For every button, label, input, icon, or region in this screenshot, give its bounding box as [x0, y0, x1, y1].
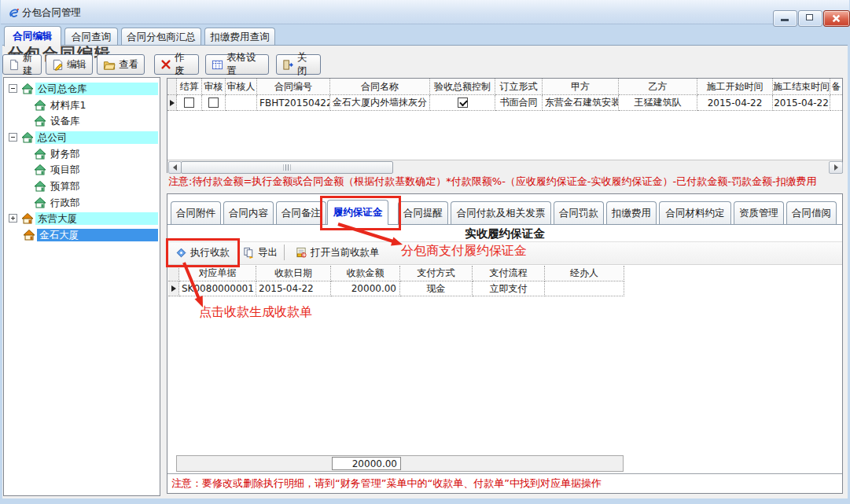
cell-receipt-date[interactable]: 2015-04-22	[256, 281, 331, 296]
settle-checkbox[interactable]	[184, 97, 194, 108]
maximize-button[interactable]	[798, 10, 822, 27]
col-header-contract-no[interactable]: 合同编号	[257, 79, 330, 95]
col-header-remark-clipped[interactable]: 备	[830, 79, 842, 95]
cell-pay-flow[interactable]: 立即支付	[473, 281, 545, 296]
tab-label: 合同分包商汇总	[127, 31, 196, 44]
cell-pay-method[interactable]: 现金	[400, 281, 473, 296]
expand-icon[interactable]	[9, 214, 17, 223]
tree-item-material-store[interactable]: 材料库1	[4, 97, 160, 113]
total-control-checkbox[interactable]	[458, 97, 468, 108]
tab-contract-content[interactable]: 合同内容	[223, 201, 274, 225]
scroll-left-button[interactable]	[168, 161, 182, 174]
tab-label: 合同内容	[229, 207, 268, 220]
close-view-button[interactable]: 关闭	[276, 54, 321, 75]
cell-auditor[interactable]	[226, 95, 257, 111]
tab-label: 合同编辑	[13, 30, 53, 43]
current-row-arrow-icon	[171, 285, 176, 292]
cell-remark-clipped[interactable]	[830, 95, 842, 111]
col-header-party-b[interactable]: 乙方	[619, 79, 697, 95]
collapse-icon[interactable]	[9, 133, 17, 142]
grid-corner-cell	[167, 79, 177, 95]
tree-item-project-dept[interactable]: 项目部	[4, 162, 160, 178]
tab-qualification[interactable]: 资质管理	[734, 201, 784, 225]
annotation-click-receipt: 点击收款生成收款单	[199, 304, 312, 321]
col-header-doc-no[interactable]: 对应单据	[179, 266, 256, 281]
scrollbar-grip	[284, 164, 291, 171]
tab-contract-penalty[interactable]: 合同罚款	[554, 201, 604, 225]
col-header-pay-method[interactable]: 支付方式	[400, 266, 473, 281]
tree-item-equipment-store[interactable]: 设备库	[4, 113, 160, 129]
col-header-handler[interactable]: 经办人	[545, 266, 624, 281]
tab-payment-invoices[interactable]: 合同付款及相关发票	[451, 201, 551, 225]
tab-contract-remark[interactable]: 合同备注	[276, 201, 326, 225]
tree-item-finance-dept[interactable]: 财务部	[4, 146, 160, 162]
col-header-settle[interactable]: 结算	[177, 79, 202, 95]
audit-checkbox[interactable]	[208, 97, 219, 108]
tree-item-budget-dept[interactable]: 预算部	[4, 178, 160, 194]
tab-material-agreement[interactable]: 合同材料约定	[659, 201, 731, 225]
tab-contract-edit[interactable]: 合同编辑	[4, 26, 61, 46]
open-current-receipt-button[interactable]: 打开当前收款单	[292, 244, 383, 262]
scroll-right-button[interactable]	[829, 161, 843, 174]
tree-item-admin-dept[interactable]: 行政部	[4, 195, 160, 211]
collapse-icon[interactable]	[9, 84, 17, 93]
payment-formula-note: 注意:待付款金额=执行金额或合同金额（根据付款基数确定）*付款限额%-（应收履约…	[168, 175, 817, 189]
col-header-receipt-amount[interactable]: 收款金额	[331, 266, 400, 281]
total-amount-box: 20000.00	[332, 457, 401, 470]
warehouse-icon	[21, 83, 34, 95]
col-header-pay-flow[interactable]: 支付流程	[473, 266, 545, 281]
cell-party-b[interactable]: 王猛建筑队	[619, 95, 697, 111]
minimize-button[interactable]	[773, 10, 797, 27]
tree-item-dongying-building[interactable]: 东营大厦	[4, 211, 160, 226]
tab-withhold-fee[interactable]: 扣缴费用	[606, 201, 657, 225]
export-button[interactable]: 导出	[240, 244, 281, 262]
table-settings-button[interactable]: 表格设置	[205, 54, 269, 75]
col-header-end-date[interactable]: 施工结束时间	[773, 79, 830, 95]
tab-withhold-fee-query[interactable]: 扣缴费用查询	[204, 28, 275, 46]
tab-contract-borrow[interactable]: 合同借阅	[786, 201, 837, 225]
cell-start-date[interactable]: 2015-04-22	[697, 95, 773, 111]
tree-item-label: 项目部	[48, 164, 158, 176]
cell-audit[interactable]	[202, 95, 226, 111]
tab-subcontractor-summary[interactable]: 合同分包商汇总	[121, 28, 201, 46]
cell-form[interactable]: 书面合同	[495, 95, 543, 111]
grid-corner-cell	[168, 266, 179, 281]
org-tree-panel: 公司总仓库 材料库1 设备库 总公司 财务部 项目部 预算部 行	[3, 77, 160, 496]
tab-contract-attachment[interactable]: 合同附件	[171, 201, 221, 225]
edit-icon	[52, 59, 64, 71]
cell-doc-no[interactable]: SK0080000001	[179, 281, 256, 296]
tree-item-jinshi-building[interactable]: 金石大厦	[4, 227, 160, 243]
col-header-start-date[interactable]: 施工开始时间	[697, 79, 773, 95]
cell-handler[interactable]	[545, 281, 624, 296]
warehouse-icon	[34, 115, 46, 127]
tree-item-company-warehouse[interactable]: 公司总仓库	[4, 81, 160, 97]
cell-receipt-amount[interactable]: 20000.00	[331, 281, 400, 296]
col-header-audit[interactable]: 审核	[202, 79, 226, 95]
tab-contract-reminder[interactable]: 合同提醒	[398, 201, 448, 225]
edit-button[interactable]: 编辑	[46, 54, 93, 75]
cell-contract-no[interactable]: FBHT2015042201	[257, 95, 330, 111]
cell-contract-name[interactable]: 金石大厦内外墙抹灰分	[330, 95, 430, 111]
cell-end-date[interactable]: 2015-04-22	[773, 95, 830, 111]
col-header-party-a[interactable]: 甲方	[543, 79, 619, 95]
close-button[interactable]	[823, 10, 850, 27]
col-header-total-control[interactable]: 验收总额控制	[430, 79, 495, 95]
cell-party-a[interactable]: 东营金石建筑安装	[543, 95, 619, 111]
warehouse-icon	[34, 99, 46, 112]
dept-icon	[34, 164, 46, 176]
maximize-icon	[806, 14, 813, 20]
cell-settle[interactable]	[177, 95, 202, 111]
view-button[interactable]: 查看	[97, 54, 145, 75]
col-header-receipt-date[interactable]: 收款日期	[256, 266, 331, 281]
contracts-grid-hscrollbar[interactable]	[167, 160, 842, 173]
col-header-contract-name[interactable]: 合同名称	[330, 79, 430, 95]
tree-item-head-office[interactable]: 总公司	[4, 130, 160, 145]
void-button[interactable]: 作废	[154, 54, 199, 75]
cell-total-control[interactable]	[430, 95, 495, 111]
detail-tab-divider	[167, 224, 842, 225]
col-header-form[interactable]: 订立形式	[495, 79, 543, 95]
col-header-auditor[interactable]: 审核人	[226, 79, 257, 95]
new-button[interactable]: 新建	[2, 54, 42, 75]
scrollbar-thumb[interactable]	[181, 161, 393, 174]
view-button-label: 查看	[119, 58, 138, 72]
